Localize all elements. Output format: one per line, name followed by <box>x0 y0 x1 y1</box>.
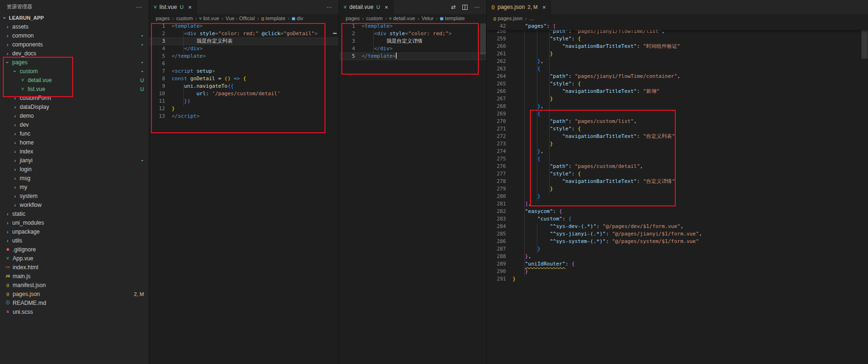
code-line-289[interactable]: 289 "uniIdRouter": { <box>487 260 868 268</box>
code-line-5[interactable]: 5</template> <box>339 53 486 60</box>
code-line-261[interactable]: 261 } <box>487 50 868 58</box>
line-number[interactable]: 3 <box>339 38 362 45</box>
code-line-267[interactable]: 267 } <box>487 95 868 103</box>
folder-jianyi[interactable]: ›jianyi● <box>0 156 149 165</box>
line-number[interactable]: 12 <box>149 105 172 113</box>
code-line-280[interactable]: 280 } <box>487 193 868 200</box>
line-number[interactable]: 283 <box>487 215 513 223</box>
code-line-260[interactable]: 260 "navigationBarTitleText": "时间组件验证" <box>487 43 868 50</box>
line-number[interactable]: 286 <box>487 238 513 245</box>
line-number[interactable]: 268 <box>487 103 513 110</box>
code-line-10[interactable]: 10 url: '/pages/custom/detail' <box>149 90 339 98</box>
line-number[interactable]: 1 <box>149 23 172 30</box>
code-line-268[interactable]: 268 }, <box>487 103 868 110</box>
code-line-259[interactable]: 259 "style": { <box>487 35 868 43</box>
file-manifest-json[interactable]: {}manifest.json <box>0 281 149 289</box>
code-line-283[interactable]: 283 "custom": { <box>487 215 868 223</box>
tab-detail-vue[interactable]: Vdetail.vueU× <box>339 0 393 14</box>
line-number[interactable]: 262 <box>487 58 513 65</box>
line-number[interactable]: 270 <box>487 118 513 125</box>
folder-pages[interactable]: ›pages● <box>0 58 149 67</box>
folder-unpackage[interactable]: ›unpackage <box>0 227 149 236</box>
code-line-264[interactable]: 264 "path": "pages/jianyi/flowTime/conta… <box>487 73 868 80</box>
code-line-277[interactable]: 277 "style": { <box>487 170 868 178</box>
folder-home[interactable]: ›home <box>0 138 149 147</box>
code-line-3[interactable]: 3 我是自定义详情 <box>339 38 486 45</box>
code-line-272[interactable]: 272 "navigationBarTitleText": "自定义列表" <box>487 133 868 140</box>
code-line-12[interactable]: 12} <box>149 105 339 113</box>
code-line-291[interactable]: 291} <box>487 275 868 283</box>
breadcrumb-item[interactable]: custom <box>176 15 193 21</box>
close-icon[interactable]: × <box>188 4 192 11</box>
breadcrumb-item[interactable]: {}pages.json <box>493 15 522 21</box>
line-number[interactable]: 4 <box>339 45 362 53</box>
folder-uni-modules[interactable]: ›uni_modules <box>0 218 149 227</box>
tab-pages-json[interactable]: {}pages.json2, M× <box>487 0 551 14</box>
line-number[interactable]: 259 <box>487 35 513 43</box>
folder-system[interactable]: ›system <box>0 191 149 200</box>
code-line-4[interactable]: 4 </div> <box>149 45 339 53</box>
code-line-281[interactable]: 281 ], <box>487 200 868 208</box>
folder-workflow[interactable]: ›workflow <box>0 200 149 209</box>
code-line-1[interactable]: 1<template> <box>339 23 486 30</box>
line-number[interactable]: 4 <box>149 45 172 53</box>
line-number[interactable]: 281 <box>487 200 513 208</box>
split-editor-icon[interactable] <box>462 5 468 10</box>
line-number[interactable]: 261 <box>487 50 513 58</box>
tab-list-vue[interactable]: Vlist.vueU× <box>149 0 197 14</box>
line-number[interactable]: 275 <box>487 155 513 163</box>
open-changes-icon[interactable]: ⇄ <box>451 4 456 10</box>
line-number[interactable]: 279 <box>487 185 513 193</box>
folder-dev-docs[interactable]: ›dev_docs <box>0 49 149 58</box>
line-number[interactable]: 1 <box>339 23 362 30</box>
line-number[interactable]: 263 <box>487 65 513 73</box>
code-line-2[interactable]: 2 <div style="color: red;" @click="goDet… <box>149 30 339 38</box>
code-editor[interactable]: 1<template>2 <div style="color: red;">3 … <box>339 23 486 364</box>
code-line-13[interactable]: 13</script> <box>149 113 339 120</box>
line-number[interactable]: 284 <box>487 223 513 230</box>
code-line-262[interactable]: 262 }, <box>487 58 868 65</box>
line-number[interactable]: 272 <box>487 133 513 140</box>
folder-common[interactable]: ›common● <box>0 31 149 40</box>
more-actions-icon[interactable]: ··· <box>326 4 332 10</box>
line-number[interactable]: 269 <box>487 110 513 118</box>
code-line-1[interactable]: 1<template> <box>149 23 339 30</box>
code-line-275[interactable]: 275 { <box>487 155 868 163</box>
code-editor[interactable]: 1<template>2 <div style="color: red;" @c… <box>149 23 339 364</box>
line-number[interactable]: 271 <box>487 125 513 133</box>
line-number[interactable]: 278 <box>487 178 513 185</box>
line-number[interactable]: 287 <box>487 245 513 253</box>
line-number[interactable]: 274 <box>487 148 513 155</box>
code-line-290[interactable]: 290 } <box>487 268 868 275</box>
line-number[interactable]: 273 <box>487 140 513 148</box>
more-actions-icon[interactable]: ··· <box>474 4 480 10</box>
code-line-265[interactable]: 265 "style": { <box>487 80 868 88</box>
code-line-11[interactable]: 11 }) <box>149 98 339 105</box>
line-number[interactable]: 285 <box>487 230 513 238</box>
file-readme-md[interactable]: ⓘREADME.md <box>0 298 149 307</box>
folder-components[interactable]: ›components● <box>0 40 149 49</box>
folder-dev[interactable]: ›dev <box>0 120 149 129</box>
line-number[interactable]: 266 <box>487 88 513 95</box>
code-line-9[interactable]: 9 uni.navigateTo({ <box>149 83 339 90</box>
line-number[interactable]: 2 <box>339 30 362 38</box>
folder-msg[interactable]: ›msg <box>0 174 149 182</box>
folder-customform[interactable]: ›customForm <box>0 93 149 102</box>
code-line-2[interactable]: 2 <div style="color: red;"> <box>339 30 486 38</box>
line-number[interactable]: 277 <box>487 170 513 178</box>
code-line-285[interactable]: 285 "^sys-jianyi-(.*)": "@/pages/jianyi/… <box>487 230 868 238</box>
breadcrumb-item[interactable]: Vetur <box>422 15 434 21</box>
line-number[interactable]: 9 <box>149 83 172 90</box>
breadcrumb-item[interactable]: pages <box>156 15 170 21</box>
line-number[interactable]: 289 <box>487 260 513 268</box>
sticky-scroll-line-42[interactable]: 42 "pages": [ <box>487 23 868 30</box>
folder-func[interactable]: ›func <box>0 129 149 138</box>
file-main-js[interactable]: JSmain.js <box>0 272 149 281</box>
line-number[interactable]: 5 <box>339 53 362 60</box>
code-line-271[interactable]: 271 "style": { <box>487 125 868 133</box>
code-line-279[interactable]: 279 } <box>487 185 868 193</box>
breadcrumb-item[interactable]: Vlist.vue <box>199 15 219 21</box>
close-icon[interactable]: × <box>385 4 388 11</box>
breadcrumb-item[interactable]: … <box>529 15 534 21</box>
breadcrumb-item[interactable]: {}template <box>261 15 285 21</box>
